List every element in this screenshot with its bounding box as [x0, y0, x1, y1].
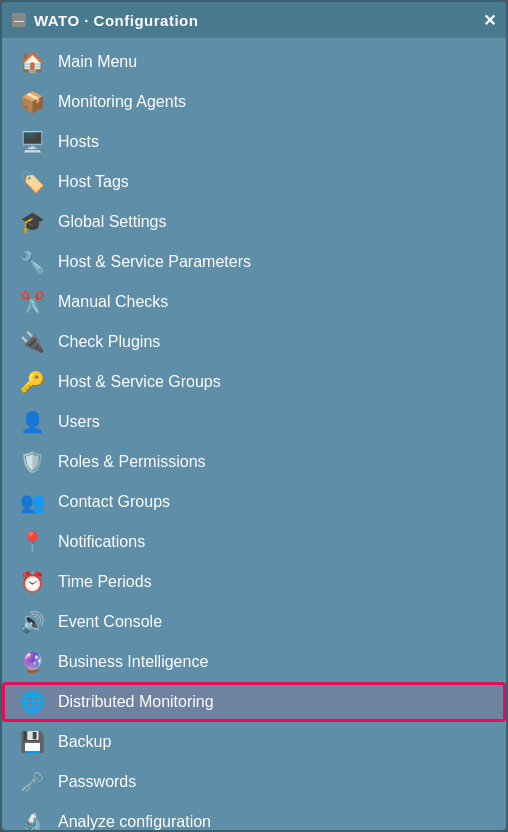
menu-item-main-menu[interactable]: 🏠Main Menu: [2, 42, 506, 82]
menu-list: 🏠Main Menu📦Monitoring Agents🖥️Hosts🏷️Hos…: [2, 38, 506, 830]
menu-item-event-console[interactable]: 🔊Event Console: [2, 602, 506, 642]
distributed-monitoring-icon: 🌐: [18, 688, 46, 716]
hosts-icon: 🖥️: [18, 128, 46, 156]
event-console-icon: 🔊: [18, 608, 46, 636]
analyze-config-icon: 🔬: [18, 808, 46, 830]
manual-checks-label: Manual Checks: [58, 293, 168, 311]
host-service-params-label: Host & Service Parameters: [58, 253, 251, 271]
menu-item-passwords[interactable]: 🗝️Passwords: [2, 762, 506, 802]
close-button[interactable]: ✕: [483, 11, 496, 30]
host-tags-label: Host Tags: [58, 173, 129, 191]
monitoring-agents-label: Monitoring Agents: [58, 93, 186, 111]
notifications-label: Notifications: [58, 533, 145, 551]
host-service-params-icon: 🔧: [18, 248, 46, 276]
users-icon: 👤: [18, 408, 46, 436]
title-bar: — WATO · Configuration ✕: [2, 2, 506, 38]
main-menu-icon: 🏠: [18, 48, 46, 76]
backup-label: Backup: [58, 733, 111, 751]
host-tags-icon: 🏷️: [18, 168, 46, 196]
event-console-label: Event Console: [58, 613, 162, 631]
business-intelligence-label: Business Intelligence: [58, 653, 208, 671]
menu-item-host-service-params[interactable]: 🔧Host & Service Parameters: [2, 242, 506, 282]
menu-item-host-tags[interactable]: 🏷️Host Tags: [2, 162, 506, 202]
menu-item-contact-groups[interactable]: 👥Contact Groups: [2, 482, 506, 522]
contact-groups-label: Contact Groups: [58, 493, 170, 511]
host-service-groups-icon: 🔑: [18, 368, 46, 396]
users-label: Users: [58, 413, 100, 431]
backup-icon: 💾: [18, 728, 46, 756]
check-plugins-icon: 🔌: [18, 328, 46, 356]
menu-item-backup[interactable]: 💾Backup: [2, 722, 506, 762]
global-settings-icon: 🎓: [18, 208, 46, 236]
host-service-groups-label: Host & Service Groups: [58, 373, 221, 391]
analyze-config-label: Analyze configuration: [58, 813, 211, 830]
title-bar-left: — WATO · Configuration: [12, 12, 198, 29]
menu-item-host-service-groups[interactable]: 🔑Host & Service Groups: [2, 362, 506, 402]
contact-groups-icon: 👥: [18, 488, 46, 516]
notifications-icon: 📍: [18, 528, 46, 556]
time-periods-icon: ⏰: [18, 568, 46, 596]
menu-item-roles-permissions[interactable]: 🛡️Roles & Permissions: [2, 442, 506, 482]
menu-item-global-settings[interactable]: 🎓Global Settings: [2, 202, 506, 242]
window-title: WATO · Configuration: [34, 12, 198, 29]
passwords-icon: 🗝️: [18, 768, 46, 796]
roles-permissions-label: Roles & Permissions: [58, 453, 206, 471]
check-plugins-label: Check Plugins: [58, 333, 160, 351]
passwords-label: Passwords: [58, 773, 136, 791]
menu-item-hosts[interactable]: 🖥️Hosts: [2, 122, 506, 162]
minimize-button[interactable]: —: [12, 13, 26, 27]
menu-item-time-periods[interactable]: ⏰Time Periods: [2, 562, 506, 602]
menu-item-check-plugins[interactable]: 🔌Check Plugins: [2, 322, 506, 362]
menu-item-distributed-monitoring[interactable]: 🌐Distributed Monitoring: [2, 682, 506, 722]
business-intelligence-icon: 🔮: [18, 648, 46, 676]
wato-configuration-window: — WATO · Configuration ✕ 🏠Main Menu📦Moni…: [0, 0, 508, 832]
manual-checks-icon: ✂️: [18, 288, 46, 316]
global-settings-label: Global Settings: [58, 213, 167, 231]
distributed-monitoring-label: Distributed Monitoring: [58, 693, 214, 711]
menu-item-business-intelligence[interactable]: 🔮Business Intelligence: [2, 642, 506, 682]
hosts-label: Hosts: [58, 133, 99, 151]
main-menu-label: Main Menu: [58, 53, 137, 71]
menu-item-analyze-config[interactable]: 🔬Analyze configuration: [2, 802, 506, 830]
menu-item-manual-checks[interactable]: ✂️Manual Checks: [2, 282, 506, 322]
menu-item-monitoring-agents[interactable]: 📦Monitoring Agents: [2, 82, 506, 122]
roles-permissions-icon: 🛡️: [18, 448, 46, 476]
menu-item-users[interactable]: 👤Users: [2, 402, 506, 442]
menu-item-notifications[interactable]: 📍Notifications: [2, 522, 506, 562]
time-periods-label: Time Periods: [58, 573, 152, 591]
monitoring-agents-icon: 📦: [18, 88, 46, 116]
